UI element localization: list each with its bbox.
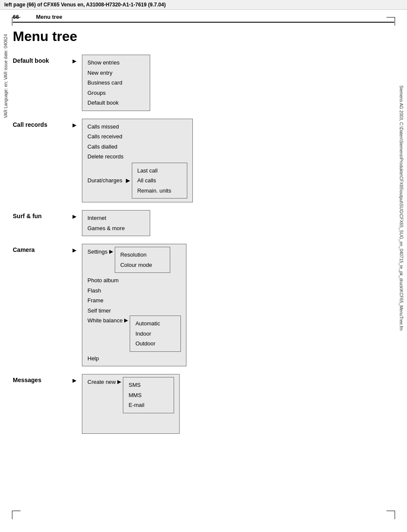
page-title-header: Menu tree [36,14,62,20]
arrow-default-book: ▶ [73,55,82,64]
menu-box-settings-sub: Resolution Colour mode [115,247,170,273]
corner-mark-bl-v [12,511,12,519]
list-item: SMS [128,380,169,390]
wb-row: White balance ▶ Automatic Indoor Outdoor [87,316,181,352]
settings-row: Settings ▶ Resolution Colour mode [87,247,181,273]
list-item: Photo album [87,275,181,286]
arrow-messages: ▶ [73,374,82,383]
list-item: Outdoor [135,339,175,349]
category-label-default-book: Default book [13,55,49,64]
menu-row-messages: Messages ▶ Create new ▶ SMS MMS E-mail [13,374,394,434]
list-item: Help [87,354,181,364]
arrow-settings: ▶ [109,247,113,254]
page-number: 66 [13,14,19,20]
create-new-row: Create new ▶ SMS MMS E-mail [87,377,174,413]
durat-charges-label: Durat/charges [87,176,122,185]
menu-box-messages: Create new ▶ SMS MMS E-mail [82,374,180,434]
list-item: New entry [87,68,145,78]
list-item: Calls received [87,132,187,142]
menu-box-call-records: Calls missed Calls received Calls dialle… [82,119,193,203]
list-item-durat: Durat/charges ▶ Last call All calls Rema… [87,162,187,200]
list-item: Delete records [87,152,187,162]
menu-row-default-book: Default book ▶ Show entries New entry Bu… [13,55,394,111]
menu-box-durat: Last call All calls Remain. units [132,163,187,199]
menu-row-camera: Camera ▶ Settings ▶ Resolution Colour mo… [13,244,394,366]
list-item: MMS [128,390,169,400]
menu-row-surf-fun: Surf & fun ▶ Internet Games & more [13,210,394,236]
list-item: Last call [137,166,182,176]
side-text-right: Siemens AG 2003, C:\Daten\Siemens\Produk… [399,85,404,330]
corner-mark-tr-v [395,17,395,26]
list-item: Internet [87,213,145,223]
menu-box-camera: Settings ▶ Resolution Colour mode Photo … [82,244,186,366]
list-item: Frame [87,295,181,306]
main-title: Menu tree [13,29,394,44]
list-item: Resolution [120,250,165,260]
side-text-left: VAR Language: en; VAR issue date: 040624 [3,34,8,118]
category-label-surf-fun: Surf & fun [13,210,42,219]
category-label-messages: Messages [13,374,41,383]
list-item: Automatic [135,319,175,329]
list-item-wb: White balance [87,316,122,326]
browser-bar-text: left page (66) of CFX65 Venus en, A31008… [4,2,166,8]
page-container: left page (66) of CFX65 Venus en, A31008… [0,0,407,532]
arrow-create-new: ▶ [117,377,121,385]
list-item: Colour mode [120,260,165,270]
menu-box-surf-fun: Internet Games & more [82,210,150,236]
arrow-call-records: ▶ [73,119,82,128]
menu-tree: Default book ▶ Show entries New entry Bu… [13,55,394,434]
menu-box-wb-sub: Automatic Indoor Outdoor [130,316,181,352]
menu-box-default-book: Show entries New entry Business card Gro… [82,55,150,111]
page-header: 66 Menu tree [13,14,394,23]
list-item: Business card [87,78,145,88]
menu-box-messages-sub: SMS MMS E-mail [123,377,174,413]
browser-bar: left page (66) of CFX65 Venus en, A31008… [0,0,407,10]
page-content: 66 Menu tree Menu tree Default book ▶ Sh… [13,14,394,519]
list-item-settings: Settings [87,247,108,257]
arrow-durat: ▶ [126,176,130,185]
corner-mark-tl-v [12,17,12,26]
list-item: Calls missed [87,122,187,132]
list-item: Groups [87,88,145,98]
arrow-wb: ▶ [124,316,128,323]
list-item: Flash [87,286,181,296]
list-item: Calls dialled [87,142,187,152]
corner-mark-br-v [395,511,395,519]
list-item: Self timer [87,306,181,316]
arrow-surf-fun: ▶ [73,210,82,219]
list-item: E-mail [128,400,169,410]
arrow-camera: ▶ [73,244,82,253]
list-item: Games & more [87,223,145,234]
category-label-call-records: Call records [13,119,47,128]
category-label-camera: Camera [13,244,35,253]
list-item: Remain. units [137,186,182,196]
list-item-create-new: Create new [87,377,116,387]
list-item: Indoor [135,329,175,339]
list-item: All calls [137,175,182,186]
list-item: Default book [87,98,145,108]
menu-row-call-records: Call records ▶ Calls missed Calls receiv… [13,119,394,203]
list-item: Show entries [87,58,145,68]
